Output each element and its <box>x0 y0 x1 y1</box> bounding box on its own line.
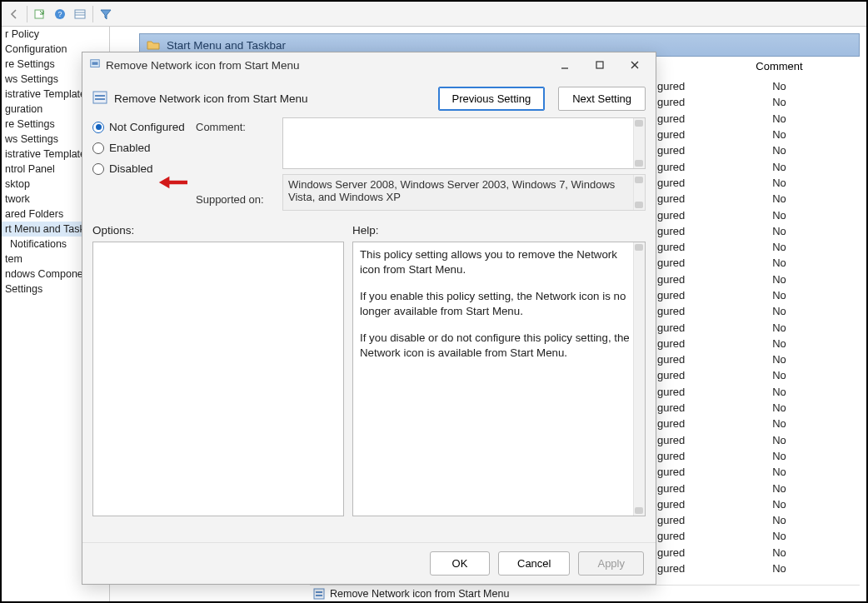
tree-item[interactable]: r Policy <box>2 27 109 42</box>
table-row[interactable]: guredNo <box>656 142 860 158</box>
scrollbar[interactable] <box>633 175 645 210</box>
next-setting-button[interactable]: Next Setting <box>558 87 646 111</box>
svg-rect-8 <box>316 595 322 596</box>
toolbar-export-icon[interactable] <box>32 7 47 22</box>
cell-state: gured <box>656 546 699 559</box>
cell-comment: No <box>699 514 860 526</box>
svg-rect-3 <box>75 10 85 18</box>
cell-state: gured <box>656 562 699 575</box>
table-row[interactable]: guredNo <box>656 94 860 110</box>
table-row[interactable]: guredNo <box>656 223 860 239</box>
table-row[interactable]: guredNo <box>656 528 860 544</box>
cell-state: gured <box>656 177 699 189</box>
help-pane[interactable]: This policy setting allows you to remove… <box>352 242 646 516</box>
radio-disabled[interactable]: Disabled <box>92 162 192 175</box>
radio-enabled[interactable]: Enabled <box>92 142 192 154</box>
cell-state: gured <box>656 321 699 334</box>
cell-comment: No <box>699 482 860 495</box>
table-row[interactable]: guredNo <box>656 432 860 448</box>
cell-comment: No <box>699 369 860 381</box>
table-row[interactable]: guredNo <box>656 561 860 576</box>
cell-comment: No <box>699 273 860 286</box>
cell-state: gured <box>656 514 699 526</box>
cell-state: gured <box>656 386 699 398</box>
svg-rect-17 <box>95 98 105 100</box>
table-row[interactable]: guredNo <box>656 158 860 174</box>
column-comment[interactable]: Comment <box>699 60 860 77</box>
list-rows[interactable]: guredNoguredNoguredNoguredNoguredNogured… <box>656 78 860 581</box>
help-paragraph: If you enable this policy setting, the N… <box>360 289 630 319</box>
minimize-button[interactable] <box>547 54 582 76</box>
toolbar-help-icon[interactable]: ? <box>52 7 67 22</box>
cell-comment: No <box>699 241 860 253</box>
dialog-title: Remove Network icon from Start Menu <box>106 59 300 72</box>
svg-text:?: ? <box>57 10 62 18</box>
table-row[interactable]: guredNo <box>656 384 860 400</box>
close-button[interactable] <box>617 54 652 76</box>
toolbar-sep <box>27 6 27 22</box>
table-row[interactable]: guredNo <box>656 336 860 351</box>
cell-state: gured <box>656 498 699 511</box>
folder-title: Start Menu and Taskbar <box>167 39 286 52</box>
dialog-titlebar[interactable]: Remove Network icon from Start Menu <box>82 52 656 77</box>
comment-textarea[interactable] <box>282 117 646 169</box>
radio-button-icon <box>92 163 104 175</box>
cell-comment: No <box>699 321 860 334</box>
table-row[interactable]: guredNo <box>656 287 860 303</box>
cell-state: gured <box>656 161 699 173</box>
previous-setting-button[interactable]: Previous Setting <box>438 87 546 111</box>
cell-comment: No <box>699 225 860 237</box>
table-row[interactable]: guredNo <box>656 191 860 207</box>
cell-comment: No <box>699 161 860 173</box>
radio-label: Disabled <box>109 162 153 175</box>
cancel-button[interactable]: Cancel <box>498 551 570 576</box>
table-row[interactable]: guredNo <box>656 496 860 512</box>
table-row[interactable]: guredNo <box>656 319 860 335</box>
table-row[interactable]: guredNo <box>656 303 860 319</box>
maximize-button[interactable] <box>582 54 617 76</box>
annotation-arrow-icon <box>157 174 187 191</box>
dialog-subtitle-row: Remove Network icon from Start Menu Prev… <box>82 77 656 116</box>
table-row[interactable]: guredNo <box>656 255 860 271</box>
scrollbar[interactable] <box>633 242 645 516</box>
table-row[interactable]: guredNo <box>656 127 860 142</box>
table-row[interactable]: guredNo <box>656 367 860 383</box>
toolbar-filter-icon[interactable] <box>98 7 113 22</box>
cell-comment: No <box>699 434 860 446</box>
toolbar-list-icon[interactable] <box>72 7 87 22</box>
cell-state: gured <box>656 305 699 317</box>
scrollbar[interactable] <box>633 118 645 168</box>
supported-label: Supported on: <box>196 190 279 206</box>
table-row[interactable]: guredNo <box>656 545 860 561</box>
help-paragraph: This policy setting allows you to remove… <box>360 247 630 277</box>
svg-rect-7 <box>316 591 322 593</box>
table-row[interactable]: guredNo <box>656 78 860 94</box>
cell-comment: No <box>699 96 860 108</box>
table-row[interactable]: guredNo <box>656 175 860 191</box>
table-row[interactable]: guredNo <box>656 111 860 127</box>
options-pane[interactable] <box>92 242 344 516</box>
table-row[interactable]: guredNo <box>656 239 860 255</box>
cell-comment: No <box>699 353 860 366</box>
table-row[interactable]: guredNo <box>656 400 860 416</box>
cell-comment: No <box>699 417 860 430</box>
svg-rect-16 <box>95 95 105 97</box>
options-label: Options: <box>92 224 352 237</box>
table-row[interactable]: guredNo <box>656 272 860 287</box>
list-column-headers[interactable]: Comment <box>656 60 860 77</box>
table-row[interactable]: guredNo <box>656 351 860 367</box>
apply-button[interactable]: Apply <box>578 551 644 576</box>
table-row[interactable]: guredNo <box>656 416 860 431</box>
table-row[interactable]: guredNo <box>656 448 860 464</box>
cell-state: gured <box>656 353 699 366</box>
ok-button[interactable]: OK <box>430 551 490 576</box>
table-row[interactable]: guredNo <box>656 480 860 496</box>
radio-not-configured[interactable]: Not Configured <box>92 121 192 133</box>
comment-label: Comment: <box>196 117 279 133</box>
cell-state: gured <box>656 225 699 237</box>
table-row[interactable]: guredNo <box>656 512 860 528</box>
toolbar-back-icon[interactable] <box>7 7 22 22</box>
cell-state: gured <box>656 96 699 108</box>
table-row[interactable]: guredNo <box>656 464 860 480</box>
table-row[interactable]: guredNo <box>656 207 860 222</box>
